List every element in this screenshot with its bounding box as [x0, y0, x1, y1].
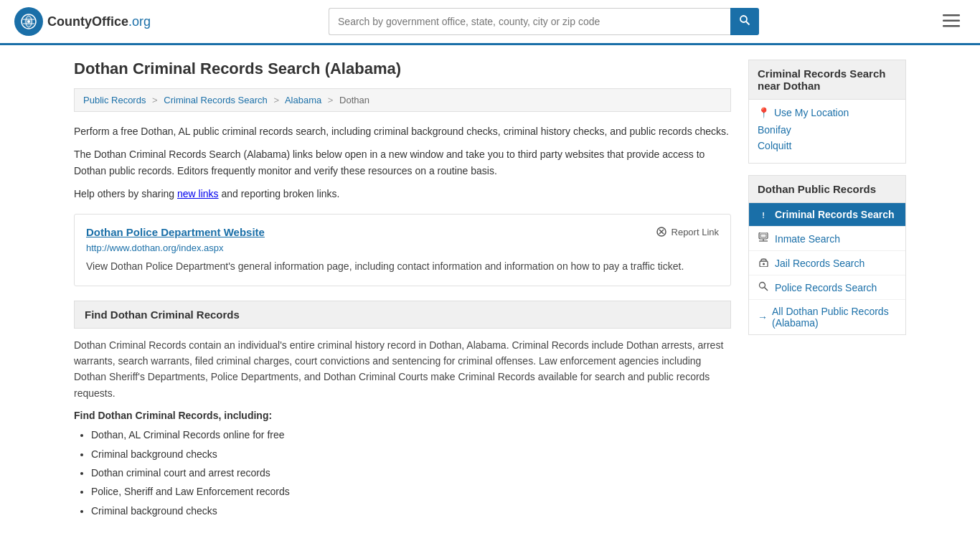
- public-records-header: Dothan Public Records: [749, 176, 905, 203]
- left-column: Dothan Criminal Records Search (Alabama)…: [74, 60, 731, 522]
- nav-criminal-records-link[interactable]: Criminal Records Search: [775, 209, 895, 220]
- exclaim-icon: !: [758, 209, 769, 220]
- intro-text-1: Perform a free Dothan, AL public crimina…: [74, 123, 731, 139]
- logo-area[interactable]: CountyOffice.org: [14, 7, 151, 36]
- site-header: CountyOffice.org: [0, 0, 980, 45]
- menu-icon[interactable]: [937, 9, 966, 34]
- svg-rect-7: [943, 14, 960, 17]
- pin-icon: 📍: [758, 107, 770, 118]
- nearby-link-colquitt[interactable]: Colquitt: [758, 140, 897, 151]
- intro-text-2: The Dothan Criminal Records Search (Alab…: [74, 146, 731, 179]
- svg-line-20: [765, 288, 768, 291]
- breadcrumb-alabama[interactable]: Alabama: [285, 95, 321, 105]
- new-links-link[interactable]: new links: [177, 188, 219, 199]
- search-area: [329, 8, 759, 35]
- list-item: Dothan criminal court and arrest records: [91, 465, 731, 481]
- link-card: Dothan Police Department Website Report …: [74, 214, 731, 286]
- breadcrumb-criminal-records[interactable]: Criminal Records Search: [164, 95, 268, 105]
- page-title: Dothan Criminal Records Search (Alabama): [74, 60, 731, 78]
- intro3-pre: Help others by sharing: [74, 188, 177, 199]
- svg-rect-8: [943, 20, 960, 22]
- all-records-link[interactable]: → All Dothan Public Records (Alabama): [749, 300, 905, 334]
- arrow-icon: →: [758, 311, 768, 323]
- list-item: Criminal background checks: [91, 503, 731, 519]
- svg-line-6: [746, 22, 750, 25]
- report-link-btn[interactable]: Report Link: [656, 226, 719, 237]
- intro-text-3: Help others by sharing new links and rep…: [74, 186, 731, 202]
- right-column: Criminal Records Search near Dothan 📍 Us…: [748, 60, 906, 522]
- report-link-label: Report Link: [672, 227, 719, 237]
- list-item: Criminal background checks: [91, 446, 731, 462]
- lock-icon: [758, 257, 769, 269]
- breadcrumb-sep2: >: [273, 95, 279, 105]
- svg-point-4: [27, 20, 30, 23]
- inmate-icon: [758, 232, 769, 245]
- breadcrumb-public-records[interactable]: Public Records: [83, 95, 146, 105]
- list-item: Dothan, AL Criminal Records online for f…: [91, 427, 731, 443]
- wrench-icon: [656, 226, 667, 237]
- nav-jail-records-link[interactable]: Jail Records Search: [775, 258, 864, 269]
- find-content: Dothan Criminal Records contain an indiv…: [74, 337, 731, 402]
- logo-icon: [14, 7, 43, 36]
- logo-text: CountyOffice.org: [47, 14, 151, 29]
- link-url[interactable]: http://www.dothan.org/index.aspx: [86, 242, 719, 253]
- main-content: Dothan Criminal Records Search (Alabama)…: [60, 45, 920, 536]
- breadcrumb-sep1: >: [152, 95, 158, 105]
- svg-point-5: [740, 16, 747, 22]
- search-button[interactable]: [730, 8, 759, 35]
- all-records-label: All Dothan Public Records (Alabama): [772, 306, 897, 329]
- nav-police-records-link[interactable]: Police Records Search: [775, 282, 877, 293]
- svg-point-18: [763, 263, 765, 265]
- includes-heading: Find Dothan Criminal Records, including:: [74, 410, 731, 421]
- link-card-title[interactable]: Dothan Police Department Website: [86, 226, 265, 238]
- nav-inmate-search-link[interactable]: Inmate Search: [775, 233, 840, 245]
- link-desc: View Dothan Police Department's general …: [86, 259, 719, 274]
- intro3-post: and reporting broken links.: [219, 188, 340, 199]
- use-location-label: Use My Location: [774, 107, 849, 118]
- nav-police-records[interactable]: Police Records Search: [749, 276, 905, 300]
- svg-rect-14: [760, 234, 766, 237]
- police-icon: [758, 281, 769, 293]
- svg-rect-9: [943, 25, 960, 27]
- svg-point-19: [760, 283, 765, 288]
- includes-list: Dothan, AL Criminal Records online for f…: [74, 427, 731, 519]
- breadcrumb-dothan: Dothan: [339, 95, 369, 105]
- nav-inmate-search[interactable]: Inmate Search: [749, 227, 905, 251]
- nearby-content: 📍 Use My Location Bonifay Colquitt: [749, 100, 905, 163]
- find-section-header: Find Dothan Criminal Records: [74, 301, 731, 329]
- breadcrumb: Public Records > Criminal Records Search…: [74, 88, 731, 112]
- public-records-box: Dothan Public Records ! Criminal Records…: [748, 175, 906, 335]
- link-card-header: Dothan Police Department Website Report …: [86, 226, 719, 238]
- nav-criminal-records[interactable]: ! Criminal Records Search: [749, 203, 905, 227]
- breadcrumb-sep3: >: [328, 95, 334, 105]
- nav-jail-records[interactable]: Jail Records Search: [749, 251, 905, 276]
- nearby-header: Criminal Records Search near Dothan: [749, 60, 905, 100]
- nearby-link-bonifay[interactable]: Bonifay: [758, 124, 897, 136]
- nearby-box: Criminal Records Search near Dothan 📍 Us…: [748, 60, 906, 164]
- search-input[interactable]: [329, 8, 730, 35]
- use-location-btn[interactable]: 📍 Use My Location: [758, 107, 897, 118]
- list-item: Police, Sheriff and Law Enforcement reco…: [91, 484, 731, 499]
